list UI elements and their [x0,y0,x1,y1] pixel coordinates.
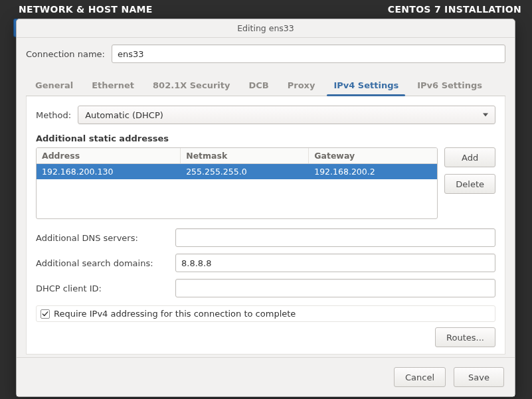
tab-8021x-security[interactable]: 802.1X Security [143,75,239,96]
require-ipv4-checkbox[interactable] [41,309,50,319]
ipv4-panel: Method: Automatic (DHCP) Additional stat… [26,96,505,355]
th-gateway[interactable]: Gateway [309,148,437,163]
tab-proxy[interactable]: Proxy [278,75,325,96]
tab-ethernet[interactable]: Ethernet [82,75,143,96]
chevron-down-icon [483,114,488,117]
addresses-table[interactable]: Address Netmask Gateway 192.168.200.130 … [36,147,438,219]
tab-general[interactable]: General [26,75,82,96]
require-ipv4-label: Require IPv4 addressing for this connect… [54,309,296,319]
method-value: Automatic (DHCP) [85,110,163,120]
th-netmask[interactable]: Netmask [181,148,309,163]
td-address: 192.168.200.130 [37,164,181,179]
dialog-footer: Cancel Save [17,357,515,396]
method-row: Method: Automatic (DHCP) [36,106,495,124]
dns-label: Additional DNS servers: [36,233,169,243]
dialog-content: Connection name: [17,38,515,71]
search-domains-label: Additional search domains: [36,258,169,268]
connection-name-label: Connection name: [26,49,105,59]
addresses-section-label: Additional static addresses [36,133,495,143]
tab-ipv4-settings[interactable]: IPv4 Settings [324,75,408,96]
addresses-table-wrap: Address Netmask Gateway 192.168.200.130 … [36,147,495,219]
dhcp-client-id-label: DHCP client ID: [36,283,169,293]
addresses-table-head: Address Netmask Gateway [37,148,437,164]
method-label: Method: [36,110,71,120]
td-netmask: 255.255.255.0 [181,164,309,179]
routes-row: Routes... [36,327,495,347]
tab-ipv6-settings[interactable]: IPv6 Settings [408,75,491,96]
dialog-title: Editing ens33 [17,19,515,38]
cancel-button[interactable]: Cancel [394,367,446,387]
method-combobox[interactable]: Automatic (DHCP) [78,106,495,124]
search-domains-input[interactable] [175,254,495,272]
add-button[interactable]: Add [444,147,495,167]
dns-input[interactable] [175,228,495,247]
tabs-bar: General Ethernet 802.1X Security DCB Pro… [26,75,505,96]
require-ipv4-row[interactable]: Require IPv4 addressing for this connect… [36,305,495,322]
td-gateway: 192.168.200.2 [309,164,437,179]
additional-fields: Additional DNS servers: Additional searc… [36,228,495,297]
check-icon [42,311,48,317]
connection-name-row: Connection name: [26,44,505,63]
dhcp-client-id-input[interactable] [175,279,495,297]
routes-button[interactable]: Routes... [435,327,495,347]
save-button[interactable]: Save [454,367,504,387]
table-row[interactable]: 192.168.200.130 255.255.255.0 192.168.20… [37,164,437,179]
addresses-side-buttons: Add Delete [444,147,495,194]
delete-button[interactable]: Delete [444,174,495,194]
connection-name-input[interactable] [112,44,505,63]
tab-dcb[interactable]: DCB [239,75,278,96]
th-address[interactable]: Address [37,148,181,163]
connection-editor-dialog: Editing ens33 Connection name: General E… [16,19,515,397]
